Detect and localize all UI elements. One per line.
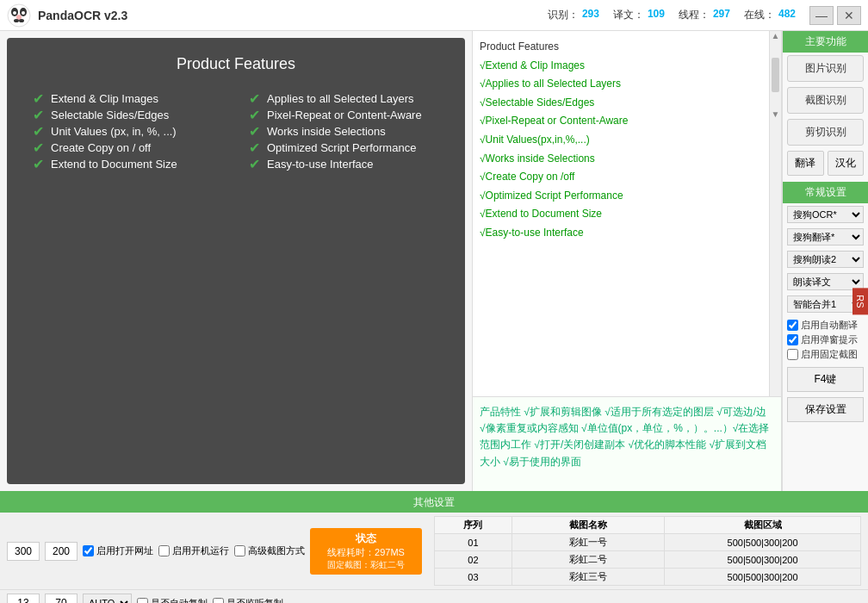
bottom-header: 其他设置 [0, 493, 868, 513]
check-icon: ✔ [249, 107, 260, 123]
read-select[interactable]: 搜狗朗读2 [787, 251, 864, 268]
advanced-shot-text: 高级截图方式 [248, 544, 305, 557]
table-row[interactable]: 01彩虹一号500|500|300|200 [435, 534, 861, 551]
feature-text: Optimized Script Performance [267, 141, 416, 154]
text-list-item: √Applies to all Selected Layers [480, 75, 762, 94]
image-recognize-button[interactable]: 图片识别 [787, 55, 864, 82]
title-stats: 识别：293 译文：109 线程：297 在线：482 [548, 8, 796, 22]
text-list-item: √Extend to Document Size [480, 205, 762, 224]
height-input[interactable] [45, 542, 78, 561]
offset-x-input[interactable] [7, 594, 40, 603]
status-box: 状态 线程耗时：297MS 固定截图：彩虹二号 [310, 528, 422, 575]
auto-copy-text: 是否自动复制 [151, 597, 208, 604]
text-list-item: Product Features [480, 38, 762, 57]
fixed-screenshot-checkbox-label[interactable]: 启用固定截图 [787, 348, 864, 361]
check-icon: ✔ [33, 156, 44, 172]
feature-text: Applies to all Selected Layers [267, 92, 414, 105]
table-row[interactable]: 02彩虹二号500|500|300|200 [435, 551, 861, 569]
text-list-item: √Create Copy on /off [480, 168, 762, 187]
feature-text: Extend & Clip Images [51, 92, 158, 105]
listen-copy-checkbox[interactable] [213, 598, 224, 604]
stat-value-0: 293 [582, 8, 599, 22]
col-area: 截图区域 [665, 517, 861, 534]
auto-start-checkbox[interactable] [158, 545, 170, 556]
open-url-label[interactable]: 启用打开网址 [83, 544, 153, 557]
auto-translate-checkbox[interactable] [787, 320, 798, 331]
feature-text: Works inside Selections [267, 125, 386, 138]
scroll-track[interactable]: ▲ ▼ [769, 31, 781, 396]
stat-value-2: 297 [713, 8, 730, 22]
col-seq: 序列 [435, 517, 512, 534]
text-list-item: √Easy-to-use Interface [480, 224, 762, 243]
feature-text: Pixel-Repeat or Content-Aware [267, 109, 422, 121]
popup-hint-checkbox-label[interactable]: 启用弹窗提示 [787, 333, 864, 346]
scroll-down-arrow[interactable]: ▼ [770, 109, 781, 119]
svg-point-5 [22, 11, 25, 15]
scroll-thumb[interactable] [772, 58, 779, 92]
col-name: 截图名称 [512, 517, 664, 534]
right-badge: RS [852, 288, 868, 314]
text-list-item: √Pixel-Repeat or Content-Aware [480, 112, 762, 131]
auto-translate-checkbox-label[interactable]: 启用自动翻译 [787, 319, 864, 332]
check-icon: ✔ [33, 90, 44, 107]
check-icon: ✔ [33, 107, 44, 123]
feature-item: ✔Extend to Document Size [33, 156, 223, 172]
svg-point-7 [14, 19, 19, 22]
auto-select[interactable]: AUTO [83, 594, 132, 603]
open-url-text: 启用打开网址 [96, 544, 153, 557]
title-bar: PandaOCR v2.3 识别：293 译文：109 线程：297 在线：48… [0, 0, 868, 31]
scroll-up-arrow[interactable]: ▲ [770, 31, 781, 40]
feature-text: Create Copy on / off [51, 141, 151, 154]
width-input[interactable] [7, 542, 40, 561]
f4-key-button[interactable]: F4键 [787, 367, 864, 392]
auto-copy-label[interactable]: 是否自动复制 [137, 597, 208, 604]
feature-item: ✔Selectable Sides/Edges [33, 107, 223, 123]
feature-title: Product Features [33, 55, 439, 73]
check-icon: ✔ [249, 140, 260, 156]
advanced-shot-checkbox[interactable] [234, 545, 245, 556]
svg-point-8 [19, 19, 24, 22]
text-list-item: √Extend & Clip Images [480, 57, 762, 76]
feature-grid: ✔Extend & Clip Images ✔Selectable Sides/… [33, 90, 439, 172]
feature-item: ✔Unit Values (px, in, %, ...) [33, 123, 223, 140]
status-time-text: 线程耗时：297MS [319, 546, 413, 559]
feature-item: ✔Easy-to-use Interface [249, 156, 439, 172]
fixed-screenshot-checkbox[interactable] [787, 349, 798, 360]
stat-label-2: 线程： [679, 8, 710, 22]
close-button[interactable]: ✕ [837, 6, 861, 25]
hanhua-button[interactable]: 汉化 [828, 151, 865, 176]
minimize-button[interactable]: — [809, 6, 834, 25]
stat-label-1: 译文： [613, 8, 644, 22]
feature-display: Product Features ✔Extend & Clip Images ✔… [7, 38, 465, 484]
check-icon: ✔ [249, 90, 260, 107]
feature-text: Extend to Document Size [51, 158, 177, 171]
check-icon: ✔ [249, 123, 260, 140]
translate-select[interactable]: 搜狗翻译* [787, 228, 864, 246]
ocr-select[interactable]: 搜狗OCR* [787, 206, 864, 223]
clip-recognize-button[interactable]: 剪切识别 [787, 119, 864, 146]
text-list-item: √Optimized Script Performance [480, 187, 762, 206]
svg-point-4 [13, 11, 16, 15]
save-settings-button[interactable]: 保存设置 [787, 397, 864, 422]
advanced-shot-label[interactable]: 高级截图方式 [234, 544, 305, 557]
stat-label-3: 在线： [744, 8, 775, 22]
translate-button[interactable]: 翻译 [787, 151, 824, 176]
feature-text: Easy-to-use Interface [267, 158, 374, 171]
table-row[interactable]: 03彩虹三号500|500|300|200 [435, 569, 861, 586]
auto-start-label[interactable]: 启用开机运行 [158, 544, 229, 557]
open-url-checkbox[interactable] [83, 545, 94, 556]
listen-copy-label[interactable]: 是否监听复制 [213, 597, 283, 604]
status-fixed-text: 固定截图：彩虹二号 [319, 559, 413, 571]
screenshot-recognize-button[interactable]: 截图识别 [787, 87, 864, 114]
translate-select-wrapper: 搜狗翻译* [787, 228, 864, 246]
feature-item: ✔Extend & Clip Images [33, 90, 223, 107]
sidebar-settings-header: 常规设置 [783, 182, 868, 203]
stat-label-0: 识别： [548, 8, 579, 22]
offset-y-input[interactable] [45, 594, 78, 603]
ocr-text-list[interactable]: Product Features √Extend & Clip Images √… [473, 31, 769, 396]
text-list-item: √Selectable Sides/Edges [480, 94, 762, 113]
feature-item: ✔Optimized Script Performance [249, 140, 439, 156]
window-controls: — ✕ [809, 6, 861, 25]
auto-copy-checkbox[interactable] [137, 598, 148, 604]
popup-hint-checkbox[interactable] [787, 334, 798, 345]
